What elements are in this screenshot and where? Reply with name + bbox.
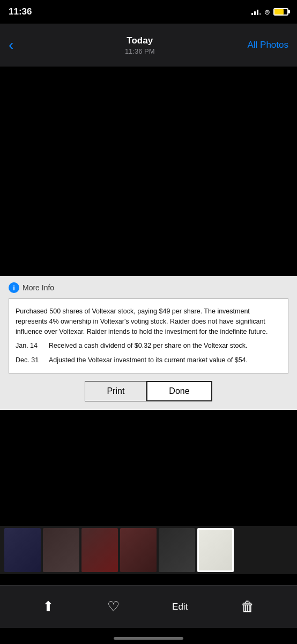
delete-button[interactable]: 🗑	[241, 598, 255, 615]
thumbnail-4[interactable]	[120, 528, 157, 572]
edit-button[interactable]: Edit	[172, 602, 188, 612]
photo-display-area	[0, 67, 297, 276]
done-button[interactable]: Done	[146, 381, 212, 401]
trash-icon: 🗑	[241, 598, 255, 615]
more-info-bar: i More Info	[9, 282, 288, 293]
status-bar: 11:36 ⊜	[0, 0, 297, 24]
battery-icon	[273, 8, 288, 16]
share-button[interactable]: ⬆	[42, 598, 54, 615]
thumbnail-5[interactable]	[159, 528, 195, 572]
back-button[interactable]: ‹	[9, 36, 32, 54]
thumbnail-3[interactable]	[81, 528, 118, 572]
print-button[interactable]: Print	[85, 381, 146, 401]
edit-label: Edit	[172, 602, 188, 612]
doc-buttons: Print Done	[9, 381, 288, 401]
nav-title: Today	[125, 35, 155, 46]
table-row: Jan. 14 Received a cash dividend of $0.3…	[16, 341, 281, 351]
nav-bar: ‹ Today 11:36 PM All Photos	[0, 24, 297, 67]
toolbar: ⬆ ♡ Edit 🗑	[0, 585, 297, 628]
favorite-button[interactable]: ♡	[107, 598, 120, 615]
home-indicator	[114, 637, 183, 640]
table-row: Dec. 31 Adjusted the Voltexar investment…	[16, 355, 281, 365]
share-icon: ⬆	[42, 598, 54, 615]
battery-fill	[274, 9, 284, 14]
more-info-label: More Info	[23, 283, 54, 292]
info-icon: i	[9, 282, 19, 293]
document-panel: i More Info Purchased 500 shares of Volt…	[0, 276, 297, 410]
status-time: 11:36	[9, 6, 32, 17]
signal-icon	[251, 9, 261, 15]
wifi-icon: ⊜	[264, 8, 270, 16]
thumbnail-strip[interactable]	[0, 526, 297, 574]
status-icons: ⊜	[251, 8, 288, 16]
nav-subtitle: 11:36 PM	[125, 47, 155, 55]
thumbnail-6-selected[interactable]	[197, 528, 234, 572]
thumbnail-2[interactable]	[43, 528, 79, 572]
doc-desc-dec31: Adjusted the Voltexar investment to its …	[49, 355, 248, 365]
all-photos-button[interactable]: All Photos	[247, 40, 288, 50]
doc-date-jan14: Jan. 14	[16, 341, 43, 351]
heart-icon: ♡	[107, 598, 120, 615]
nav-center: Today 11:36 PM	[125, 35, 155, 55]
doc-date-dec31: Dec. 31	[16, 355, 43, 365]
bottom-dark-area	[0, 421, 297, 526]
document-content: Purchased 500 shares of Voltexar stock, …	[9, 298, 288, 374]
doc-intro: Purchased 500 shares of Voltexar stock, …	[16, 306, 281, 336]
thumbnail-1[interactable]	[4, 528, 41, 572]
doc-desc-jan14: Received a cash dividend of $0.32 per sh…	[49, 341, 247, 351]
